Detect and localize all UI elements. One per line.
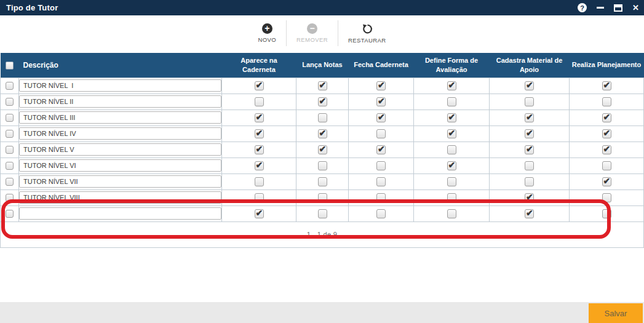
flag-checkbox[interactable]	[255, 145, 264, 154]
minimize-icon[interactable]	[597, 7, 604, 9]
close-icon[interactable]: ✕	[632, 4, 639, 12]
flag-checkbox[interactable]	[447, 193, 456, 202]
remover-button[interactable]: − REMOVER	[287, 18, 338, 48]
help-icon[interactable]: ?	[578, 3, 587, 12]
row-select-checkbox[interactable]	[6, 162, 14, 170]
descricao-input[interactable]	[19, 207, 221, 220]
restore-arrow-icon	[362, 23, 373, 34]
flag-checkbox[interactable]	[602, 81, 611, 90]
flag-checkbox[interactable]	[318, 177, 327, 186]
flag-checkbox[interactable]	[255, 129, 264, 138]
flag-checkbox[interactable]	[525, 161, 534, 170]
column-header-lanca-notas: Lança Notas	[296, 53, 349, 78]
flag-checkbox[interactable]	[376, 177, 386, 186]
dialog-titlebar: Tipo de Tutor ? ✕	[0, 0, 644, 15]
flag-checkbox[interactable]	[602, 161, 611, 170]
novo-label: NOVO	[258, 36, 277, 43]
flag-checkbox[interactable]	[447, 97, 456, 106]
flag-checkbox[interactable]	[447, 161, 456, 170]
flag-checkbox[interactable]	[525, 129, 534, 138]
descricao-input[interactable]	[19, 191, 221, 204]
flag-checkbox[interactable]	[525, 81, 534, 90]
flag-checkbox[interactable]	[447, 113, 456, 122]
descricao-input[interactable]	[19, 95, 221, 108]
table-row	[1, 126, 644, 142]
descricao-input[interactable]	[19, 175, 221, 188]
row-select-checkbox[interactable]	[6, 146, 14, 154]
flag-checkbox[interactable]	[255, 97, 264, 106]
flag-checkbox[interactable]	[447, 209, 456, 218]
row-select-checkbox[interactable]	[6, 194, 14, 202]
flag-checkbox[interactable]	[376, 129, 386, 138]
table-row	[1, 158, 644, 173]
flag-checkbox[interactable]	[525, 97, 534, 106]
flag-checkbox[interactable]	[376, 145, 386, 154]
flag-checkbox[interactable]	[376, 161, 386, 170]
flag-checkbox[interactable]	[447, 129, 456, 138]
column-header-realiza-planejamento: Realiza Planejamento	[570, 53, 644, 78]
flag-checkbox[interactable]	[447, 177, 456, 186]
flag-checkbox[interactable]	[318, 113, 327, 122]
flag-checkbox[interactable]	[602, 193, 611, 202]
flag-checkbox[interactable]	[318, 81, 327, 90]
flag-checkbox[interactable]	[525, 113, 534, 122]
flag-checkbox[interactable]	[318, 209, 327, 218]
flag-checkbox[interactable]	[318, 161, 327, 170]
descricao-input[interactable]	[19, 127, 221, 140]
flag-checkbox[interactable]	[318, 129, 327, 138]
column-header-fecha-caderneta: Fecha Caderneta	[349, 53, 414, 78]
flag-checkbox[interactable]	[318, 97, 327, 106]
flag-checkbox[interactable]	[255, 113, 264, 122]
flag-checkbox[interactable]	[525, 193, 534, 202]
flag-checkbox[interactable]	[255, 81, 264, 90]
flag-checkbox[interactable]	[525, 209, 534, 218]
descricao-input[interactable]	[19, 111, 221, 124]
pagination-label: 1 - 1 de 9	[1, 221, 644, 247]
flag-checkbox[interactable]	[602, 177, 611, 186]
row-select-checkbox[interactable]	[6, 210, 14, 218]
flag-checkbox[interactable]	[255, 177, 264, 186]
flag-checkbox[interactable]	[602, 209, 611, 218]
row-select-checkbox[interactable]	[6, 130, 14, 138]
save-button[interactable]: Salvar	[589, 303, 643, 323]
descricao-input[interactable]	[19, 143, 221, 156]
column-header-cadastra-material-apoio: Cadastra Material de Apoio	[490, 53, 570, 78]
restaurar-label: RESTAURAR	[348, 37, 386, 44]
flag-checkbox[interactable]	[255, 161, 264, 170]
flag-checkbox[interactable]	[602, 129, 611, 138]
flag-checkbox[interactable]	[602, 145, 611, 154]
flag-checkbox[interactable]	[447, 145, 456, 154]
flag-checkbox[interactable]	[525, 145, 534, 154]
table-row	[1, 94, 644, 110]
flag-checkbox[interactable]	[318, 145, 327, 154]
maximize-icon[interactable]	[614, 4, 622, 12]
flag-checkbox[interactable]	[376, 193, 386, 202]
descricao-input[interactable]	[19, 79, 221, 92]
select-all-checkbox[interactable]	[6, 62, 14, 70]
row-select-checkbox[interactable]	[6, 178, 14, 186]
flag-checkbox[interactable]	[255, 193, 264, 202]
row-select-checkbox[interactable]	[6, 82, 14, 90]
flag-checkbox[interactable]	[376, 113, 386, 122]
plus-circle-icon: +	[262, 23, 272, 34]
flag-checkbox[interactable]	[376, 209, 386, 218]
flag-checkbox[interactable]	[376, 97, 386, 106]
table-row	[1, 78, 644, 94]
flag-checkbox[interactable]	[447, 81, 456, 90]
flag-checkbox[interactable]	[602, 97, 611, 106]
column-header-define-forma-avaliacao: Define Forma de Avaliação	[414, 53, 490, 78]
flag-checkbox[interactable]	[525, 177, 534, 186]
row-select-checkbox[interactable]	[6, 98, 14, 106]
dialog-title: Tipo de Tutor	[6, 3, 58, 12]
descricao-input[interactable]	[19, 159, 221, 172]
flag-checkbox[interactable]	[318, 193, 327, 202]
pagination-row: 1 - 1 de 9	[1, 221, 644, 247]
restaurar-button[interactable]: RESTAURAR	[338, 18, 396, 48]
column-header-descricao: Descrição	[19, 53, 222, 78]
row-select-checkbox[interactable]	[6, 114, 14, 122]
novo-button[interactable]: + NOVO	[248, 18, 287, 48]
table-row	[1, 142, 644, 158]
flag-checkbox[interactable]	[255, 209, 264, 218]
flag-checkbox[interactable]	[376, 81, 386, 90]
flag-checkbox[interactable]	[602, 113, 611, 122]
